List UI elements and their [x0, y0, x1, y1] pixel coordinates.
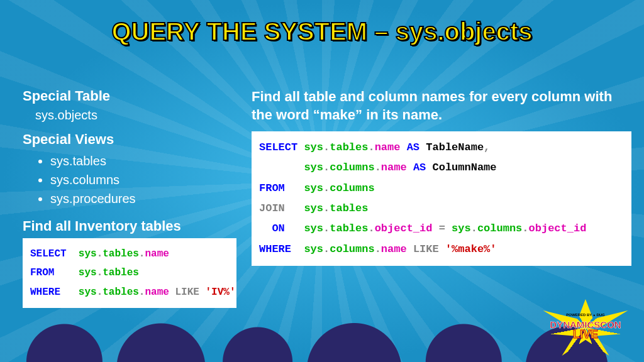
code-block-make: SELECT sys.tables.name AS TableName, sys… [252, 131, 631, 266]
code-block-inventory: SELECT sys.tables.name FROM sys.tables W… [23, 238, 236, 308]
list-item: sys.tables [50, 151, 236, 170]
heading-find-columns: Find all table and column names for ever… [252, 88, 631, 124]
logo-text: DYNAMICSCON LIVE [538, 321, 633, 339]
logo-powered-text: POWERED BY ⬥ DUG [538, 313, 633, 317]
heading-special-table: Special Table [23, 88, 236, 104]
heading-special-views: Special Views [23, 131, 236, 148]
slide-title: QUERY THE SYSTEM – sys.objects [0, 18, 644, 46]
dynamicscon-logo: POWERED BY ⬥ DUG DYNAMICSCON LIVE [538, 299, 633, 356]
heading-inventory: Find all Inventory tables [23, 218, 236, 234]
text-sys-objects: sys.objects [35, 108, 236, 123]
list-item: sys.columns [50, 170, 236, 189]
views-list: sys.tables sys.columns sys.procedures [50, 151, 236, 208]
list-item: sys.procedures [50, 189, 236, 208]
